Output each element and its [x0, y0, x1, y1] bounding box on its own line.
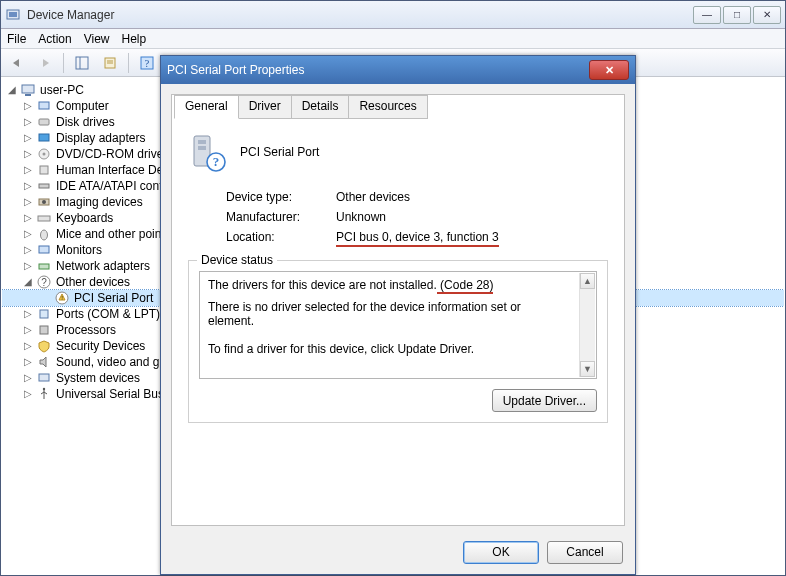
expand-icon[interactable]: ▷ — [22, 354, 34, 370]
warning-device-icon: ! — [54, 290, 70, 306]
svg-rect-34 — [198, 146, 206, 150]
properties-button[interactable] — [98, 52, 122, 74]
ide-icon — [36, 178, 52, 194]
dialog-title: PCI Serial Port Properties — [167, 63, 589, 77]
svg-point-15 — [43, 153, 46, 156]
scroll-up-icon[interactable]: ▲ — [580, 273, 595, 289]
svg-rect-10 — [25, 94, 31, 96]
main-titlebar[interactable]: Device Manager — □ ✕ — [1, 1, 785, 29]
svg-point-19 — [42, 200, 46, 204]
status-scrollbar[interactable]: ▲ ▼ — [579, 273, 595, 377]
properties-dialog: PCI Serial Port Properties ✕ General Dri… — [160, 55, 636, 575]
show-hide-tree-button[interactable] — [70, 52, 94, 74]
svg-rect-1 — [9, 12, 17, 17]
svg-rect-2 — [76, 57, 88, 69]
svg-rect-17 — [39, 184, 49, 188]
tab-general[interactable]: General — [174, 95, 239, 119]
device-status-group: Device status The drivers for this devic… — [188, 260, 608, 423]
expand-icon[interactable]: ▷ — [22, 194, 34, 210]
svg-rect-23 — [39, 264, 49, 269]
expand-icon[interactable]: ▷ — [22, 130, 34, 146]
tab-driver[interactable]: Driver — [238, 95, 292, 119]
mouse-icon — [36, 226, 52, 242]
svg-rect-22 — [39, 246, 49, 253]
expand-icon[interactable]: ▷ — [22, 386, 34, 402]
expand-icon[interactable]: ▷ — [22, 146, 34, 162]
ports-icon — [36, 306, 52, 322]
expand-icon[interactable]: ▷ — [22, 370, 34, 386]
tab-content-general: ? PCI Serial Port Device type: Other dev… — [172, 118, 624, 525]
svg-rect-33 — [198, 140, 206, 144]
tab-details[interactable]: Details — [291, 95, 350, 119]
svg-rect-11 — [39, 102, 49, 109]
ok-button[interactable]: OK — [463, 541, 539, 564]
svg-rect-16 — [40, 166, 48, 174]
expand-icon[interactable]: ▷ — [22, 98, 34, 114]
main-title: Device Manager — [27, 8, 693, 22]
forward-button[interactable] — [33, 52, 57, 74]
svg-rect-29 — [40, 326, 48, 334]
back-button[interactable] — [5, 52, 29, 74]
collapse-icon[interactable]: ◢ — [22, 274, 34, 290]
computer-category-icon — [36, 98, 52, 114]
menu-file[interactable]: File — [7, 32, 26, 46]
expand-icon[interactable]: ▷ — [22, 226, 34, 242]
dialog-body: General Driver Details Resources ? PCI S… — [171, 94, 625, 526]
warning-icon: ? — [36, 274, 52, 290]
tabstrip: General Driver Details Resources — [174, 94, 624, 118]
expand-icon[interactable]: ▷ — [22, 114, 34, 130]
svg-rect-9 — [22, 85, 34, 93]
disk-icon — [36, 114, 52, 130]
svg-point-31 — [43, 388, 45, 390]
svg-rect-20 — [38, 216, 50, 221]
svg-rect-13 — [39, 134, 49, 141]
app-icon — [5, 7, 21, 23]
monitor-icon — [36, 242, 52, 258]
expand-icon[interactable]: ▷ — [22, 322, 34, 338]
computer-icon — [20, 82, 36, 98]
svg-text:?: ? — [213, 154, 220, 169]
device-name-label: PCI Serial Port — [240, 145, 319, 159]
expand-icon[interactable]: ▷ — [22, 258, 34, 274]
tab-resources[interactable]: Resources — [348, 95, 427, 119]
sound-icon — [36, 354, 52, 370]
dialog-titlebar[interactable]: PCI Serial Port Properties ✕ — [161, 56, 635, 84]
expand-icon[interactable]: ▷ — [22, 162, 34, 178]
expand-icon[interactable]: ▷ — [22, 306, 34, 322]
device-type-label: Device type: — [226, 190, 336, 204]
cancel-button[interactable]: Cancel — [547, 541, 623, 564]
cpu-icon — [36, 322, 52, 338]
help-button[interactable]: ? — [135, 52, 159, 74]
minimize-button[interactable]: — — [693, 6, 721, 24]
dialog-footer: OK Cancel — [161, 530, 635, 574]
expand-icon[interactable]: ▷ — [22, 242, 34, 258]
collapse-icon[interactable]: ◢ — [6, 82, 18, 98]
scroll-down-icon[interactable]: ▼ — [580, 361, 595, 377]
menu-help[interactable]: Help — [122, 32, 147, 46]
maximize-button[interactable]: □ — [723, 6, 751, 24]
svg-text:?: ? — [41, 277, 47, 288]
device-status-textarea[interactable]: The drivers for this device are not inst… — [199, 271, 597, 379]
keyboard-icon — [36, 210, 52, 226]
device-status-legend: Device status — [197, 253, 277, 267]
svg-text:?: ? — [145, 58, 150, 69]
menubar: File Action View Help — [1, 29, 785, 49]
location-value: PCI bus 0, device 3, function 3 — [336, 230, 499, 244]
expand-icon[interactable]: ▷ — [22, 338, 34, 354]
update-driver-button[interactable]: Update Driver... — [492, 389, 597, 412]
dialog-close-button[interactable]: ✕ — [589, 60, 629, 80]
menu-action[interactable]: Action — [38, 32, 71, 46]
expand-icon[interactable]: ▷ — [22, 178, 34, 194]
svg-point-21 — [41, 230, 48, 240]
expand-icon[interactable]: ▷ — [22, 210, 34, 226]
hid-icon — [36, 162, 52, 178]
dvd-icon — [36, 146, 52, 162]
root-label: user-PC — [38, 82, 84, 98]
close-button[interactable]: ✕ — [753, 6, 781, 24]
security-icon — [36, 338, 52, 354]
menu-view[interactable]: View — [84, 32, 110, 46]
network-icon — [36, 258, 52, 274]
location-label: Location: — [226, 230, 336, 244]
device-type-value: Other devices — [336, 190, 410, 204]
system-icon — [36, 370, 52, 386]
